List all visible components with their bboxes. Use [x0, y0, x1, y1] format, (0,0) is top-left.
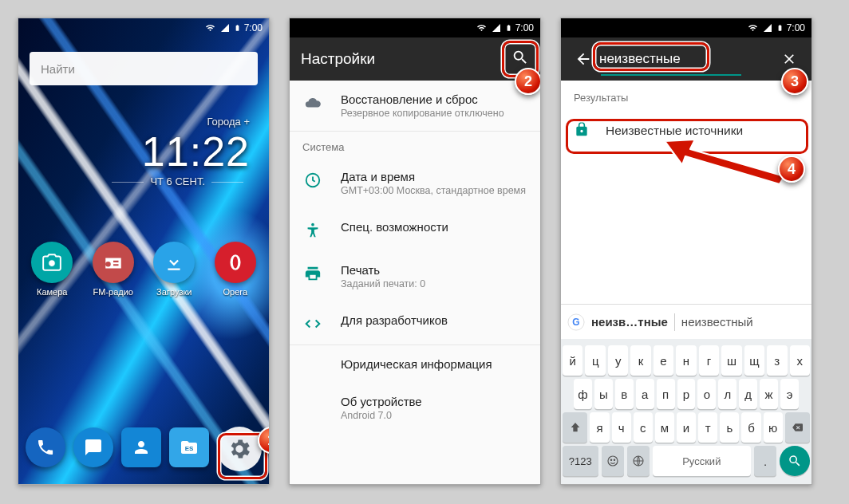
- setting-subtitle: GMT+03:00 Москва, стандартное время: [341, 185, 527, 196]
- key[interactable]: ф: [574, 379, 592, 409]
- setting-subtitle: Android 7.0: [341, 410, 527, 421]
- callout-badge-4: 4: [778, 156, 805, 183]
- svg-point-9: [610, 459, 611, 460]
- phone-home: 7:00 Найти Города + 11:22 ЧТ 6 СЕНТ. Кам…: [18, 18, 270, 485]
- key[interactable]: в: [615, 379, 634, 409]
- key[interactable]: щ: [744, 345, 764, 376]
- suggestion-2[interactable]: неизвестный: [681, 315, 753, 329]
- settings-list[interactable]: Восстановление и сбросРезервное копирова…: [290, 81, 540, 484]
- search-widget[interactable]: Найти: [30, 52, 258, 85]
- svg-point-5: [311, 223, 314, 226]
- google-icon[interactable]: G: [567, 313, 585, 331]
- callout-box-3: [593, 42, 709, 71]
- key[interactable]: о: [697, 379, 716, 409]
- key[interactable]: п: [657, 379, 675, 409]
- key[interactable]: ш: [721, 345, 741, 376]
- key[interactable]: н: [676, 345, 696, 376]
- key[interactable]: д: [739, 379, 757, 409]
- setting-datetime[interactable]: Дата и времяGMT+03:00 Москва, стандартно…: [290, 158, 540, 208]
- key[interactable]: р: [677, 379, 696, 409]
- key-row-3: ячсмитьбю: [563, 412, 810, 443]
- setting-accessibility[interactable]: Спец. возможности: [290, 208, 540, 251]
- dock-contacts-icon[interactable]: [121, 427, 161, 467]
- app-downloads[interactable]: Загрузки: [146, 242, 202, 297]
- shift-key[interactable]: [563, 412, 587, 443]
- svg-text:ES: ES: [185, 445, 194, 452]
- setting-print[interactable]: ПечатьЗаданий печати: 0: [290, 251, 540, 301]
- input-underline: [601, 74, 741, 76]
- callout-badge-2: 2: [515, 68, 541, 95]
- emoji-key[interactable]: [602, 446, 624, 476]
- period-key[interactable]: .: [754, 446, 776, 476]
- key[interactable]: ь: [720, 412, 739, 443]
- key[interactable]: а: [636, 379, 654, 409]
- settings-title: Настройки: [301, 50, 375, 68]
- backspace-key[interactable]: [785, 412, 810, 443]
- signal-icon: [762, 23, 773, 33]
- symbols-key[interactable]: ?123: [563, 446, 598, 476]
- accessibility-icon: [302, 220, 323, 239]
- key[interactable]: у: [608, 345, 628, 376]
- setting-title: Дата и время: [341, 170, 527, 183]
- globe-key[interactable]: [627, 446, 650, 476]
- phone-settings: 7:00 Настройки Восстановление и сбросРез…: [289, 18, 541, 485]
- key[interactable]: л: [718, 379, 736, 409]
- setting-title: Юридическая информация: [341, 357, 527, 371]
- app-label: FM-радио: [93, 287, 133, 297]
- key[interactable]: я: [590, 412, 609, 443]
- app-opera[interactable]: Opera: [207, 242, 263, 297]
- svg-point-10: [614, 459, 614, 460]
- app-camera[interactable]: Камера: [24, 242, 80, 297]
- callout-box-4: [566, 119, 808, 154]
- suggestion-1[interactable]: неизв…тные: [591, 315, 668, 329]
- key[interactable]: б: [741, 412, 760, 443]
- status-time: 7:00: [787, 22, 805, 33]
- dock-files-icon[interactable]: ES: [169, 427, 209, 467]
- space-key[interactable]: Русский: [653, 446, 751, 476]
- blank-icon: [302, 357, 323, 359]
- key[interactable]: и: [677, 412, 696, 443]
- key[interactable]: е: [654, 345, 673, 376]
- key[interactable]: э: [780, 379, 799, 409]
- key[interactable]: ч: [612, 412, 631, 443]
- clock-widget[interactable]: Города + 11:22 ЧТ 6 СЕНТ.: [18, 116, 250, 187]
- key[interactable]: й: [563, 345, 582, 376]
- keyboard-suggestions: G неизв…тные неизвестный: [561, 304, 811, 339]
- code-icon: [302, 313, 323, 333]
- print-icon: [302, 263, 323, 282]
- key[interactable]: х: [790, 345, 810, 376]
- key[interactable]: г: [699, 345, 719, 376]
- suggestion-separator: [674, 313, 675, 331]
- setting-backup-reset[interactable]: Восстановление и сбросРезервное копирова…: [290, 81, 540, 131]
- setting-about[interactable]: Об устройствеAndroid 7.0: [290, 383, 540, 433]
- home-content: Найти Города + 11:22 ЧТ 6 СЕНТ. Камера F…: [18, 18, 269, 484]
- key[interactable]: ц: [585, 345, 605, 376]
- keyboard: йцукенгшщзх фывапролджэ ячсмитьбю ?123 Р…: [561, 339, 811, 484]
- download-icon: [153, 242, 195, 283]
- key[interactable]: ы: [594, 379, 613, 409]
- svg-point-2: [233, 256, 239, 268]
- key-row-4: ?123 Русский .: [563, 446, 810, 476]
- key[interactable]: з: [767, 345, 787, 376]
- dock-phone-icon[interactable]: [26, 427, 65, 467]
- spacer: [561, 152, 811, 304]
- key[interactable]: м: [655, 412, 674, 443]
- app-label: Загрузки: [156, 287, 192, 297]
- setting-legal[interactable]: Юридическая информация: [290, 345, 540, 383]
- status-time: 7:00: [515, 22, 534, 33]
- setting-developer[interactable]: Для разработчиков: [290, 301, 540, 345]
- app-fmradio[interactable]: FM-радио: [85, 242, 141, 297]
- key[interactable]: ю: [764, 412, 783, 443]
- clock-date: ЧТ 6 СЕНТ.: [18, 175, 250, 187]
- key[interactable]: т: [698, 412, 717, 443]
- dock-messages-icon[interactable]: [73, 427, 113, 467]
- search-key[interactable]: [780, 446, 810, 476]
- svg-text:G: G: [572, 317, 579, 328]
- signal-icon: [491, 23, 502, 33]
- key[interactable]: к: [630, 345, 650, 376]
- key[interactable]: ж: [760, 379, 778, 409]
- key[interactable]: с: [634, 412, 653, 443]
- clear-button[interactable]: [773, 51, 805, 67]
- svg-point-8: [608, 456, 618, 466]
- radio-icon: [93, 242, 134, 283]
